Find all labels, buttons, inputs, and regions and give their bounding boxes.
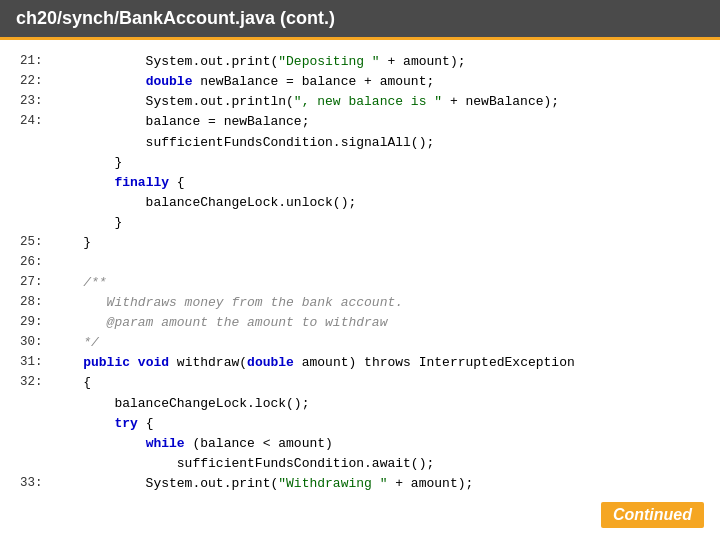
line-code: balance = newBalance; xyxy=(52,112,309,132)
line-code: sufficientFundsCondition.await(); xyxy=(52,454,434,474)
code-line: 26: xyxy=(20,253,700,272)
line-code: sufficientFundsCondition.signalAll(); xyxy=(52,133,434,153)
line-number: 24: xyxy=(20,112,52,131)
code-line: 30: */ xyxy=(20,333,700,353)
line-code: balanceChangeLock.lock(); xyxy=(52,394,309,414)
code-line: 31: public void withdraw(double amount) … xyxy=(20,353,700,373)
code-line: 32: { xyxy=(20,373,700,393)
line-code: finally { xyxy=(52,173,185,193)
line-number: 23: xyxy=(20,92,52,111)
header-title: ch20/synch/BankAccount.java (cont.) xyxy=(16,8,335,28)
line-number: 29: xyxy=(20,313,52,332)
line-number: 27: xyxy=(20,273,52,292)
code-content: 21: System.out.print("Depositing " + amo… xyxy=(0,40,720,506)
line-code: } xyxy=(52,233,91,253)
line-number: 32: xyxy=(20,373,52,392)
line-code: } xyxy=(52,213,122,233)
line-code: @param amount the amount to withdraw xyxy=(52,313,387,333)
code-line: sufficientFundsCondition.await(); xyxy=(20,454,700,474)
code-line: while (balance < amount) xyxy=(20,434,700,454)
line-number: 22: xyxy=(20,72,52,91)
page: ch20/synch/BankAccount.java (cont.) 21: … xyxy=(0,0,720,540)
code-line: 28: Withdraws money from the bank accoun… xyxy=(20,293,700,313)
code-line: sufficientFundsCondition.signalAll(); xyxy=(20,133,700,153)
line-code: System.out.print("Depositing " + amount)… xyxy=(52,52,466,72)
line-number: 21: xyxy=(20,52,52,71)
code-line: 22: double newBalance = balance + amount… xyxy=(20,72,700,92)
code-line: 23: System.out.println(", new balance is… xyxy=(20,92,700,112)
line-number: 26: xyxy=(20,253,52,272)
code-line: } xyxy=(20,213,700,233)
continued-badge: Continued xyxy=(601,502,704,528)
line-number: 33: xyxy=(20,474,52,493)
code-line: 29: @param amount the amount to withdraw xyxy=(20,313,700,333)
line-code: Withdraws money from the bank account. xyxy=(52,293,403,313)
line-code: } xyxy=(52,153,122,173)
code-line: 25: } xyxy=(20,233,700,253)
code-line: 24: balance = newBalance; xyxy=(20,112,700,132)
line-number: 31: xyxy=(20,353,52,372)
code-line: try { xyxy=(20,414,700,434)
line-code: balanceChangeLock.unlock(); xyxy=(52,193,356,213)
line-number: 28: xyxy=(20,293,52,312)
line-code: while (balance < amount) xyxy=(52,434,333,454)
code-line: } xyxy=(20,153,700,173)
line-number: 25: xyxy=(20,233,52,252)
code-line: balanceChangeLock.lock(); xyxy=(20,394,700,414)
code-line: 27: /** xyxy=(20,273,700,293)
line-code: System.out.print("Withdrawing " + amount… xyxy=(52,474,473,494)
line-code: public void withdraw(double amount) thro… xyxy=(52,353,575,373)
line-number: 30: xyxy=(20,333,52,352)
line-code: double newBalance = balance + amount; xyxy=(52,72,434,92)
line-code: System.out.println(", new balance is " +… xyxy=(52,92,559,112)
line-code: /** xyxy=(52,273,107,293)
page-title: ch20/synch/BankAccount.java (cont.) xyxy=(0,0,720,40)
line-code: { xyxy=(52,373,91,393)
code-line: 33: System.out.print("Withdrawing " + am… xyxy=(20,474,700,494)
line-code: */ xyxy=(52,333,99,353)
code-line: finally { xyxy=(20,173,700,193)
code-line: 21: System.out.print("Depositing " + amo… xyxy=(20,52,700,72)
code-line: balanceChangeLock.unlock(); xyxy=(20,193,700,213)
line-code: try { xyxy=(52,414,153,434)
